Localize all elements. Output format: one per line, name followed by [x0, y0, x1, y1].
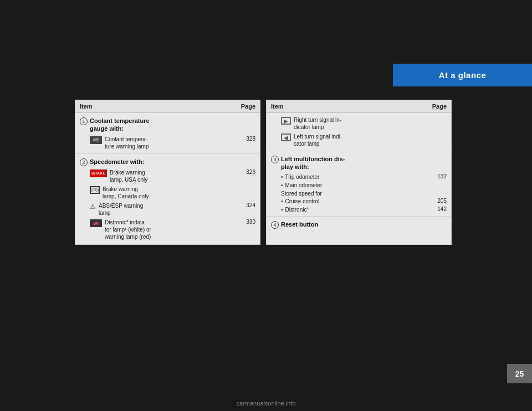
left-turn-icon: ◀	[281, 133, 291, 141]
section-2-title: Speedometer with:	[90, 158, 144, 166]
watermark: carmanualsonline.info	[236, 400, 295, 407]
right-table: Item Page ▶ Right turn signal in-dicator…	[266, 100, 452, 245]
item-brake-usa-left: BRAKE Brake warninglamp, USA only	[90, 169, 240, 183]
item-abs-esp: ⚠ ABS/ESP warninglamp 324	[80, 201, 255, 218]
bullet-main: • Main odometer	[271, 181, 447, 189]
item-right-turn: ▶ Right turn signal in-dicator lamp	[271, 115, 447, 132]
bullet-distronic-dot: •	[281, 207, 283, 213]
right-turn-signals: ▶ Right turn signal in-dicator lamp ◀ Le…	[267, 113, 451, 151]
section-4-title: Reset button	[281, 220, 318, 228]
item-coolant-warning: ≋⊞ Coolant tempera-ture warning lamp 328	[80, 135, 255, 151]
bullet-trip-page: 132	[431, 173, 447, 179]
brake-usa-page: 326	[240, 169, 255, 175]
item-left-turn-left: ◀ Left turn signal indi-cator lamp	[281, 133, 431, 147]
bullet-trip-dot: •	[281, 174, 283, 180]
abs-icon: ⚠	[90, 203, 96, 210]
right-table-header: Item Page	[267, 100, 451, 113]
item-distronic: 🚗 Distronic* indica-tor lamp¹ (white) or…	[80, 218, 255, 242]
item-brake-canada: ((D)) Brake warninglamp, Canada only	[80, 184, 255, 201]
bullet-cruise-page: 205	[431, 198, 447, 204]
watermark-text: carmanualsonline.info	[236, 400, 295, 407]
section-4-title-row: 4 Reset button	[271, 219, 447, 230]
left-section-2: 2 Speedometer with: BRAKE Brake warningl…	[75, 154, 260, 244]
item-abs-left: ⚠ ABS/ESP warninglamp	[90, 202, 240, 217]
circle-num-4: 4	[271, 221, 279, 229]
left-col-item-header: Item	[80, 103, 93, 110]
tables-container: Item Page 1 Coolant temperaturegauge wit…	[75, 100, 452, 245]
circle-num-2: 2	[80, 158, 88, 166]
item-brake-canada-left: ((D)) Brake warninglamp, Canada only	[90, 186, 240, 200]
right-section-3: 3 Left multifunction dis-play with: • Tr…	[267, 151, 451, 217]
bullet-cruise: • Cruise control 205	[271, 197, 447, 206]
item-distronic-left: 🚗 Distronic* indica-tor lamp¹ (white) or…	[90, 219, 240, 240]
left-table-header: Item Page	[75, 100, 260, 113]
right-turn-icon: ▶	[281, 117, 291, 125]
coolant-text: Coolant tempera-ture warning lamp	[105, 136, 149, 150]
item-right-turn-left: ▶ Right turn signal in-dicator lamp	[281, 116, 431, 131]
right-col-page-header: Page	[432, 103, 447, 110]
brake-usa-text: Brake warninglamp, USA only	[110, 169, 147, 183]
left-col-page-header: Page	[241, 103, 255, 110]
bullet-cruise-dot: •	[281, 198, 283, 204]
page-number: 25	[515, 369, 524, 378]
distronic-page: 330	[240, 219, 255, 225]
circle-num-1: 1	[80, 117, 88, 125]
bullet-trip: • Trip odometer 132	[271, 173, 447, 181]
brake-canada-text: Brake warninglamp, Canada only	[103, 186, 149, 200]
at-a-glance-tab: At a glance	[393, 64, 532, 86]
section-3-title-row: 3 Left multifunction dis-play with:	[271, 153, 447, 173]
bullet-distronic-page: 142	[431, 206, 447, 212]
left-table: Item Page 1 Coolant temperaturegauge wit…	[75, 100, 260, 245]
coolant-icon: ≋⊞	[90, 136, 102, 144]
section-1-title: Coolant temperaturegauge with:	[90, 117, 150, 133]
abs-text: ABS/ESP warninglamp	[99, 202, 143, 217]
abs-page: 324	[240, 202, 255, 208]
item-left-turn: ◀ Left turn signal indi-cator lamp	[271, 132, 447, 148]
bullet-cruise-text: Cruise control	[285, 198, 429, 205]
bullet-distronic-text: Distronic*	[285, 206, 429, 213]
stored-speed-label: Stored speed for	[271, 189, 447, 197]
section-2-title-row: 2 Speedometer with:	[80, 156, 255, 168]
coolant-page: 328	[240, 136, 255, 142]
section-1-title-row: 1 Coolant temperaturegauge with:	[80, 115, 255, 135]
right-section-4: 4 Reset button	[267, 217, 451, 233]
at-a-glance-label: At a glance	[439, 70, 487, 80]
distronic-text: Distronic* indica-tor lamp¹ (white) orwa…	[105, 219, 151, 240]
brake-canada-icon: ((D))	[90, 186, 100, 194]
right-col-item-header: Item	[271, 103, 284, 110]
section-3-title: Left multifunction dis-play with:	[281, 155, 345, 171]
bullet-main-dot: •	[281, 182, 283, 188]
page-number-badge: 25	[507, 364, 532, 383]
right-turn-text: Right turn signal in-dicator lamp	[294, 116, 341, 131]
left-section-1: 1 Coolant temperaturegauge with: ≋⊞ Cool…	[75, 113, 260, 154]
item-coolant-left: ≋⊞ Coolant tempera-ture warning lamp	[90, 136, 240, 150]
item-brake-usa: BRAKE Brake warninglamp, USA only 326	[80, 168, 255, 184]
left-turn-text: Left turn signal indi-cator lamp	[294, 133, 342, 147]
bullet-main-text: Main odometer	[285, 182, 429, 189]
circle-num-3: 3	[271, 156, 279, 163]
bullet-distronic: • Distronic* 142	[271, 206, 447, 214]
distronic-icon: 🚗	[90, 219, 102, 227]
brake-usa-icon: BRAKE	[90, 169, 107, 177]
bullet-trip-text: Trip odometer	[285, 173, 429, 181]
